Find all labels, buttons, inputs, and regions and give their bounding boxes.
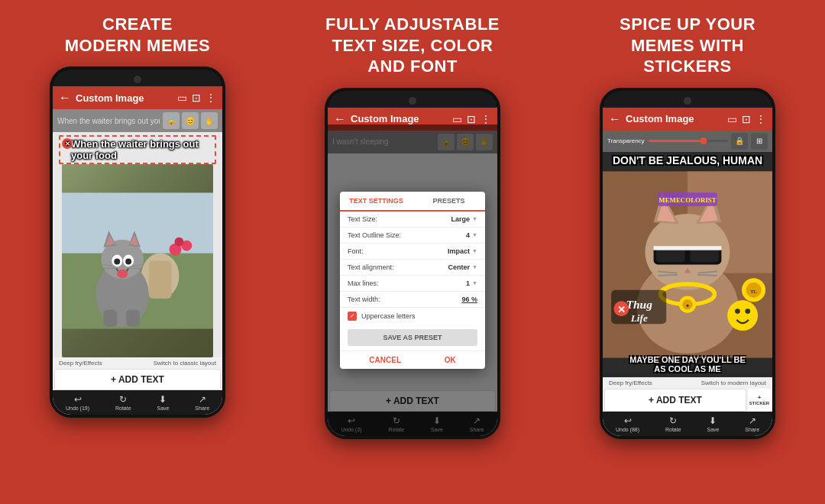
panel-1-title: CREATE MODERN MEMES [65,14,211,56]
back-icon-3[interactable]: ← [609,112,621,126]
layout-link-1[interactable]: Switch to classic layout [154,360,216,367]
undo-label-3: Undo (88) [616,427,639,432]
svg-text:✦: ✦ [685,303,690,309]
rotate-btn-1[interactable]: ↻ Rotate [115,394,131,411]
text-size-value[interactable]: Large ▼ [451,215,477,223]
svg-line-38 [658,274,678,275]
nav-bar-1: ↩ Undo (19) ↻ Rotate ⬇ Save ↗ Share [53,390,222,415]
more-icon-1[interactable]: ⋮ [205,92,216,104]
hand-icon-1[interactable]: ✋ [201,112,218,129]
uppercase-label: Uppercase letters [361,312,416,320]
save-btn-3[interactable]: ⬇ Save [707,415,719,432]
svg-rect-22 [103,310,117,327]
dialog-tabs: TEXT SETTINGS PRESETS [340,192,485,212]
share-btn-3[interactable]: ↗ Share [745,415,759,432]
undo-btn-1[interactable]: ↩ Undo (19) [66,394,89,411]
text-size-label: Text Size: [348,215,377,223]
transparency-label: Transparency [607,137,645,144]
text-width-row: Text width: 96 % [340,292,485,308]
add-text-row-1: + ADD TEXT [53,369,222,390]
emoji-icon-1[interactable]: 😊 [182,112,199,129]
dialog-overlay-2: TEXT SETTINGS PRESETS Text Size: Large ▼… [328,124,497,436]
text-size-arrow: ▼ [472,216,477,221]
save-icon-3: ⬇ [709,415,717,426]
save-preset-btn[interactable]: SAVE AS PRESET [348,329,477,346]
max-lines-value[interactable]: 1 ▼ [466,279,477,287]
bottom-bar-3: Deep fry/Effects Switch to modern layout [603,377,772,389]
svg-point-6 [175,237,184,247]
add-text-btn-1[interactable]: + ADD TEXT [54,369,221,390]
crop-icon-2[interactable]: ▭ [452,113,462,125]
svg-point-48 [727,300,758,331]
svg-point-17 [117,269,128,278]
alignment-value[interactable]: Center ▼ [448,263,477,271]
crop-icon-3[interactable]: ▭ [727,113,737,125]
rotate-label-1: Rotate [115,405,131,411]
adjust-icon-1[interactable]: ⊡ [192,92,201,104]
save-btn-1[interactable]: ⬇ Save [157,394,169,411]
slider-dot [700,137,707,144]
uppercase-checkbox[interactable]: ✓ [348,312,357,321]
camera-1 [134,76,141,83]
close-x-1[interactable]: ✕ [62,138,73,149]
meme3-bottom-text: MAYBE ONE DAY YOU'LL BE AS COOL AS ME [606,355,769,373]
svg-text:Life: Life [630,312,648,323]
toolbar-icons-2: ▭ ⊡ ⋮ [452,113,491,125]
max-lines-arrow: ▼ [472,280,477,286]
add-text-btn-3[interactable]: + ADD TEXT [604,389,746,412]
expand-icon-3[interactable]: ⊞ [751,133,768,150]
outline-size-arrow: ▼ [472,232,477,237]
phone-1: ← Custom Image ▭ ⊡ ⋮ 🔒 😊 ✋ [50,66,225,418]
ok-btn[interactable]: OK [445,356,456,364]
alignment-row: Text alignment: Center ▼ [340,260,485,276]
deep-fry-link-1[interactable]: Deep fry/Effects [59,360,102,367]
sticker-btn-3[interactable]: + STICKER [748,389,771,412]
adjust-icon-3[interactable]: ⊡ [742,113,751,125]
cat-image-1 [62,164,213,357]
dialog-actions: CANCEL OK [340,351,485,369]
lock-icon-1[interactable]: 🔒 [163,112,180,129]
deep-fry-link-3[interactable]: Deep fry/Effects [609,380,652,386]
lock-icon-3[interactable]: 🔒 [731,133,748,150]
meme-text-1[interactable]: ✕ When the waiter brings out your food [59,135,216,164]
toolbar-title-3: Custom Image [626,113,723,124]
svg-rect-35 [654,246,722,250]
outline-size-value[interactable]: 4 ▼ [466,231,477,239]
tab-text-settings[interactable]: TEXT SETTINGS [340,192,412,212]
text-settings-dialog: TEXT SETTINGS PRESETS Text Size: Large ▼… [340,192,485,369]
rotate-btn-3[interactable]: ↻ Rotate [665,415,681,432]
more-icon-2[interactable]: ⋮ [480,113,491,125]
back-icon-1[interactable]: ← [59,91,71,105]
screen-1: ← Custom Image ▭ ⊡ ⋮ 🔒 😊 ✋ [53,86,222,415]
bottom-bar-1: Deep fry/Effects Switch to classic layou… [53,357,222,369]
phone-2: ← Custom Image ▭ ⊡ ⋮ 🔒 😊 ✋ [325,88,500,439]
transparency-slider[interactable] [648,140,728,142]
adjust-icon-2[interactable]: ⊡ [467,113,476,125]
save-icon-1: ⬇ [159,394,167,405]
undo-btn-3[interactable]: ↩ Undo (88) [616,415,639,432]
tab-presets[interactable]: PRESETS [412,192,485,210]
input-bar-icons-1: 🔒 😊 ✋ [163,112,218,129]
font-value[interactable]: Impact ▼ [448,247,477,255]
text-input-1[interactable] [57,117,160,125]
layout-link-3[interactable]: Switch to modern layout [701,380,766,386]
text-width-value[interactable]: 96 % [461,296,477,303]
undo-label-1: Undo (19) [66,405,89,411]
share-label-1: Share [195,405,209,411]
more-icon-3[interactable]: ⋮ [755,113,766,125]
svg-point-49 [735,309,740,314]
share-btn-1[interactable]: ↗ Share [195,394,209,411]
toolbar-title-1: Custom Image [76,92,173,104]
meme3-svg: ✦ Thug Life MEMECOLORIST ✕ [603,152,772,377]
meme-canvas-1: ✕ When the waiter brings out your food [53,132,222,357]
text-width-val: 96 % [461,296,477,303]
uppercase-row[interactable]: ✓ Uppercase letters [340,308,485,325]
panel-3: SPICE UP YOUR MEMES WITH STICKERS ← Cust… [550,0,825,504]
panel-2: FULLY ADJUSTABLE TEXT SIZE, COLOR AND FO… [275,0,550,504]
cancel-btn[interactable]: CANCEL [369,356,401,364]
svg-rect-23 [126,310,140,327]
alignment-arrow: ▼ [472,264,477,270]
svg-rect-34 [690,248,719,262]
crop-icon-1[interactable]: ▭ [177,92,187,104]
svg-point-15 [114,259,120,265]
